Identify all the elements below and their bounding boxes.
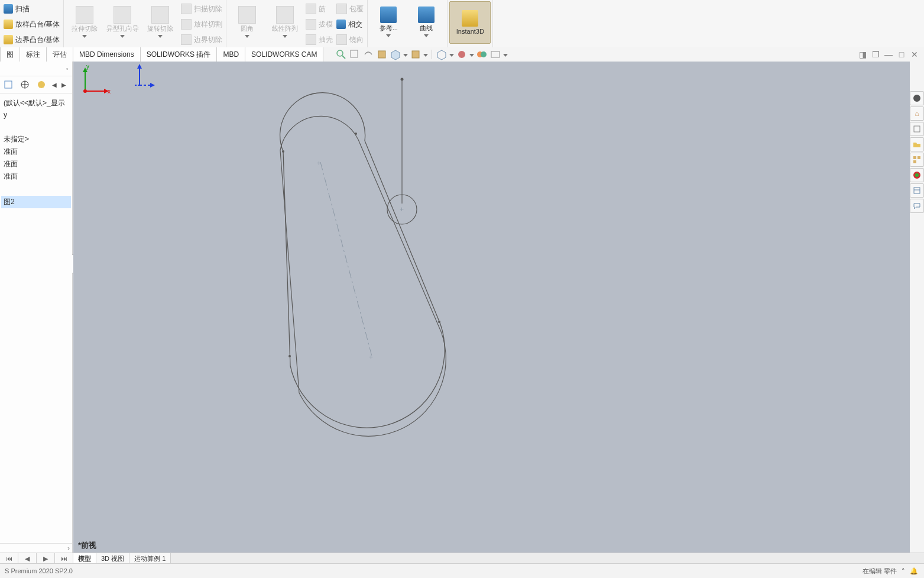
sweep-button[interactable]: 扫描 [2, 2, 61, 15]
tab-nav-last[interactable]: ⏭ [55, 553, 73, 564]
fillet-label: 圆角 [241, 25, 254, 33]
edit-appearance-icon[interactable] [456, 49, 468, 60]
dropdown-icon [158, 35, 163, 38]
configuration-manager-tab[interactable] [34, 78, 48, 92]
dropdown-icon[interactable] [503, 54, 508, 57]
ribbon-toolbar: 扫描 放样凸台/基体 边界凸台/基体 拉伸切除 异型孔向导 旋转切除 扫描切除 … [0, 0, 924, 48]
task-pane-tabs: ⌂ [910, 89, 924, 213]
extrude-cut-button: 拉伸切除 [66, 1, 103, 43]
dropdown-icon[interactable] [449, 54, 454, 57]
dropdown-icon[interactable] [423, 54, 428, 57]
dropdown-icon [245, 35, 249, 38]
tree-root[interactable]: (默认<<默认>_显示 [1, 97, 71, 109]
svg-marker-47 [150, 83, 155, 88]
forum-icon [913, 202, 921, 210]
task-forum-tab[interactable] [910, 199, 924, 213]
tree-plane-front[interactable]: 准面 [1, 146, 71, 158]
tab-solidworks-addins[interactable]: SOLIDWORKS 插件 [141, 47, 218, 62]
svg-point-9 [481, 51, 487, 57]
view-orientation-icon[interactable] [390, 49, 401, 60]
task-resources-tab[interactable] [910, 91, 924, 105]
property-manager-tab[interactable] [18, 78, 32, 92]
swept-cut-icon [181, 4, 192, 14]
tab-solidworks-cam[interactable]: SOLIDWORKS CAM [245, 47, 323, 62]
task-custom-properties-tab[interactable] [910, 183, 924, 198]
tab-nav-prev[interactable]: ◀ [18, 553, 37, 564]
boundary-button[interactable]: 边界凸台/基体 [2, 33, 61, 46]
tree-plane-right[interactable]: 准面 [1, 170, 71, 183]
fillet-button: 圆角 [228, 1, 266, 43]
intersect-button[interactable]: 相交 [335, 18, 365, 31]
apply-scene-icon[interactable] [476, 49, 488, 60]
tab-mbd[interactable]: MBD [217, 47, 245, 62]
close-window-icon[interactable]: ✕ [910, 50, 919, 59]
separator [432, 50, 432, 59]
tab-nav-next[interactable]: ▶ [37, 553, 55, 564]
task-appearances-tab[interactable] [910, 168, 924, 182]
task-design-library-tab[interactable] [910, 122, 924, 136]
feature-tree[interactable]: (默认<<默认>_显示 y 未指定> 准面 准面 准面 图2 [0, 93, 72, 543]
revolve-cut-icon [151, 6, 169, 24]
panel-pin-icon[interactable]: ◦ [66, 64, 69, 73]
tab-sketch-partial[interactable]: 图 [0, 47, 20, 62]
ribbon-group-reference: 参考... 曲线 [368, 0, 448, 49]
instant3d-button[interactable]: Instant3D [449, 1, 491, 44]
feature-manager-tab[interactable] [1, 78, 15, 92]
reference-geometry-label: 参考... [380, 24, 398, 32]
zoom-fit-icon[interactable] [335, 49, 347, 60]
minimize-window-icon[interactable]: — [884, 50, 893, 59]
previous-view-icon[interactable] [362, 49, 374, 60]
svg-rect-19 [917, 156, 920, 159]
svg-point-35 [288, 355, 291, 357]
tab-nav-first[interactable]: ⏮ [0, 553, 18, 564]
display-style-icon[interactable] [410, 49, 422, 60]
section-view-icon[interactable] [376, 49, 388, 60]
tab-scroll-right[interactable]: ▶ [60, 82, 67, 88]
restore-window-icon[interactable]: ❐ [871, 50, 880, 59]
tab-mbd-dimensions[interactable]: MBD Dimensions [73, 47, 141, 62]
wrap-icon [336, 4, 347, 14]
loft-button[interactable]: 放样凸台/基体 [2, 18, 61, 31]
view-settings-icon[interactable] [489, 49, 501, 60]
instant3d-label: Instant3D [456, 28, 484, 35]
task-view-palette-tab[interactable] [910, 153, 924, 167]
tree-sketch-active[interactable]: 图2 [1, 196, 71, 208]
panel-scroll-right[interactable]: › [0, 543, 72, 553]
svg-marker-4 [391, 50, 400, 60]
hide-show-icon[interactable] [436, 49, 448, 60]
intersect-icon [336, 20, 346, 29]
bottom-tab-model[interactable]: 模型 [73, 553, 96, 564]
status-version: S Premium 2020 SP2.0 [0, 567, 77, 574]
task-home-tab[interactable]: ⌂ [910, 106, 924, 121]
dropdown-icon [283, 35, 287, 38]
config-icon [37, 80, 46, 89]
status-chevron-icon[interactable]: ˄ [902, 567, 905, 575]
svg-point-33 [282, 150, 284, 153]
shell-button: 抽壳 [304, 33, 335, 46]
boundary-cut-label: 边界切除 [194, 35, 222, 45]
bottom-tab-3dview[interactable]: 3D 视图 [96, 553, 129, 564]
tree-plane-top[interactable]: 准面 [1, 158, 71, 170]
tab-evaluate[interactable]: 评估 [47, 47, 73, 62]
curves-button[interactable]: 曲线 [407, 1, 445, 43]
dropdown-icon[interactable] [403, 54, 408, 57]
tree-material[interactable]: 未指定> [1, 133, 71, 146]
reference-geometry-button[interactable]: 参考... [369, 1, 407, 43]
svg-text:+: + [369, 353, 373, 361]
orientation-triad[interactable]: y x [73, 62, 115, 103]
linear-pattern-button: 线性阵列 [266, 1, 304, 43]
graphics-viewport[interactable]: + + + y x [73, 62, 910, 553]
maximize-window-icon[interactable]: □ [897, 50, 906, 59]
task-file-explorer-tab[interactable] [910, 137, 924, 151]
bottom-tab-motion[interactable]: 运动算例 1 [129, 553, 171, 564]
dropdown-icon[interactable] [469, 54, 474, 57]
tab-scroll-left[interactable]: ◀ [51, 82, 58, 88]
zoom-area-icon[interactable] [349, 49, 361, 60]
status-notification-icon[interactable]: 🔔 [910, 567, 918, 575]
tab-annotate[interactable]: 标注 [20, 47, 47, 62]
feature-tree-icon [4, 80, 13, 89]
collapse-ribbon-icon[interactable]: ◨ [858, 50, 867, 59]
intersect-label: 相交 [348, 20, 362, 30]
boundary-icon [4, 35, 13, 44]
tree-history[interactable]: y [1, 109, 71, 120]
